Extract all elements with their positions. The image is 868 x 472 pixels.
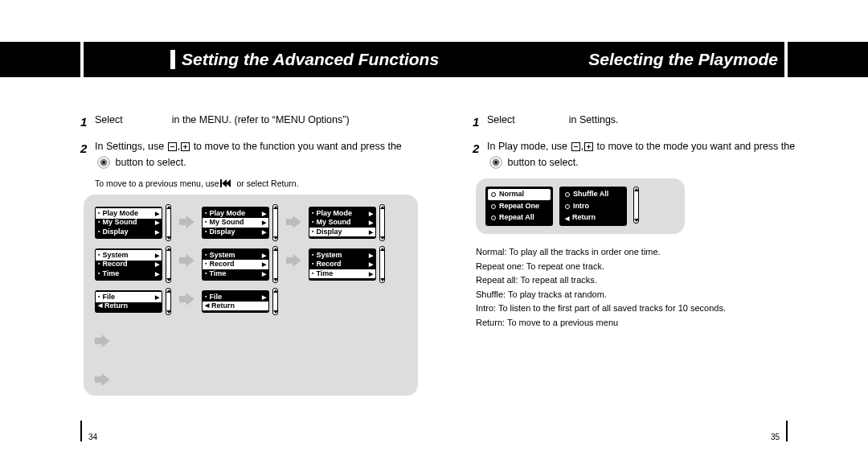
menu-return: Return bbox=[205, 302, 235, 310]
step1-text-b: in Settings. bbox=[569, 114, 619, 125]
step-body: In Play mode, use , to move to the mode … bbox=[487, 139, 810, 170]
step-number: 1 bbox=[473, 113, 487, 131]
menu-item: Display bbox=[312, 228, 342, 236]
scrollbar bbox=[272, 288, 278, 315]
header-left-divider bbox=[80, 42, 84, 77]
step-body: In Settings, use , to move to the functi… bbox=[95, 139, 418, 170]
step1-text-b: in the MENU. (refer to “MENU Options”) bbox=[172, 114, 350, 125]
step-number: 2 bbox=[473, 139, 487, 170]
arrow-right-icon bbox=[286, 215, 301, 228]
scrollbar bbox=[166, 288, 171, 315]
play-option: Intro bbox=[562, 201, 624, 212]
scrollbar bbox=[166, 204, 171, 241]
step1-text-a: Select bbox=[487, 114, 515, 125]
playmode-descriptions: Normal: To play all the tracks in order … bbox=[476, 245, 810, 330]
scrollbar bbox=[379, 246, 385, 283]
left-step-2: 2 In Settings, use , to move to the func… bbox=[80, 139, 418, 170]
knob-icon bbox=[96, 155, 111, 170]
arrow-right-icon bbox=[95, 335, 109, 347]
radio-icon bbox=[565, 204, 570, 209]
menu-item: My Sound bbox=[205, 218, 244, 227]
mini-menu: Play Mode My Sound Display bbox=[95, 207, 162, 239]
desc-line: Repeat all: To repeat all tracks. bbox=[476, 273, 810, 288]
menu-item: Play Mode bbox=[205, 209, 245, 218]
mini-menu: System Record Time bbox=[309, 248, 376, 281]
chevron-right-icon bbox=[369, 269, 373, 278]
chevron-right-icon bbox=[262, 228, 266, 236]
desc-line: Shuffle: To play tracks at random. bbox=[476, 288, 810, 302]
arrow-right-icon bbox=[286, 254, 301, 267]
menu-item: Record bbox=[312, 260, 342, 269]
mini-menu: File Return bbox=[95, 290, 162, 314]
header-right-divider bbox=[784, 42, 788, 77]
arrow-col-3 bbox=[95, 323, 109, 386]
play-col-1: Normal Repeat One Repeat All bbox=[485, 187, 553, 226]
arrow-right-icon bbox=[95, 373, 109, 386]
chevron-right-icon bbox=[369, 260, 373, 269]
scrollbar bbox=[272, 246, 278, 283]
radio-icon bbox=[491, 204, 496, 209]
menu-item: Time bbox=[312, 269, 333, 278]
step-body: Select in Settings. bbox=[487, 113, 810, 131]
page-number-left: 34 bbox=[80, 421, 97, 441]
chevron-right-icon bbox=[155, 269, 159, 278]
menu-item: System bbox=[205, 251, 235, 260]
plus-icon bbox=[584, 142, 593, 151]
menu-item: Play Mode bbox=[312, 209, 352, 218]
arrow-right-icon bbox=[179, 215, 194, 228]
chevron-right-icon bbox=[369, 251, 373, 260]
left-stack-2: Play Mode My Sound Display System Record… bbox=[202, 204, 278, 315]
step2-text-c: button to select. bbox=[507, 157, 578, 168]
menu-item: Record bbox=[205, 260, 235, 269]
play-return: Return bbox=[562, 212, 624, 224]
page-number: 34 bbox=[88, 433, 97, 441]
menu-item: Record bbox=[98, 260, 128, 269]
arrow-col-2 bbox=[286, 204, 301, 267]
mini-menu: File Return bbox=[202, 290, 269, 314]
manual-spread: Setting the Advanced Functions Selecting… bbox=[0, 0, 868, 472]
page-number: 35 bbox=[771, 433, 780, 441]
left-column: 1 Select in the MENU. (refer to “MENU Op… bbox=[80, 113, 418, 396]
minus-icon bbox=[168, 142, 177, 151]
header-left: Setting the Advanced Functions bbox=[80, 42, 439, 77]
right-column: 1 Select in Settings. 2 In Play mode, us… bbox=[473, 113, 810, 330]
skip-back-icon bbox=[222, 179, 235, 187]
menu-item: File bbox=[205, 293, 222, 302]
option-label: Normal bbox=[499, 190, 524, 199]
header-left-title: Setting the Advanced Functions bbox=[170, 50, 439, 69]
header-right: Selecting the Playmode bbox=[588, 42, 788, 77]
menu-item: Time bbox=[205, 269, 226, 278]
desc-line: Normal: To play all the tracks in order … bbox=[476, 245, 810, 260]
step2-text-b: to move to the mode you want and press t… bbox=[597, 141, 796, 152]
step-number: 1 bbox=[80, 113, 95, 131]
chevron-right-icon bbox=[369, 228, 373, 236]
svg-point-5 bbox=[494, 161, 497, 164]
radio-icon bbox=[565, 192, 570, 197]
chevron-right-icon bbox=[155, 260, 159, 269]
chevron-right-icon bbox=[155, 228, 159, 236]
menu-item: Play Mode bbox=[98, 209, 138, 218]
chevron-right-icon bbox=[262, 269, 266, 278]
note-a: To move to a previous menu, use bbox=[95, 179, 219, 188]
menu-item: File bbox=[98, 293, 115, 302]
option-label: Intro bbox=[573, 202, 589, 211]
left-step-1: 1 Select in the MENU. (refer to “MENU Op… bbox=[80, 113, 418, 131]
menu-item: System bbox=[98, 251, 129, 260]
note-b: or select Return. bbox=[237, 179, 299, 188]
mini-menu: Play Mode My Sound Display bbox=[202, 207, 269, 239]
menu-item: Time bbox=[98, 269, 119, 278]
right-step-2: 2 In Play mode, use , to move to the mod… bbox=[473, 139, 810, 170]
chevron-right-icon bbox=[262, 251, 266, 260]
left-stack-3: Play Mode My Sound Display System Record… bbox=[309, 204, 385, 283]
mini-menu: System Record Time bbox=[95, 248, 162, 281]
play-option: Normal bbox=[488, 189, 551, 200]
play-option: Repeat All bbox=[488, 212, 551, 224]
play-option: Repeat One bbox=[488, 201, 551, 212]
play-mode-display: Normal Repeat One Repeat All Shuffle All… bbox=[485, 187, 639, 226]
menu-return: Return bbox=[98, 302, 128, 310]
arrow-col-1 bbox=[179, 204, 194, 306]
svg-point-2 bbox=[102, 161, 105, 164]
menu-item: System bbox=[312, 251, 342, 260]
play-col-2: Shuffle All Intro Return bbox=[559, 187, 627, 226]
menu-item: My Sound bbox=[98, 218, 137, 227]
